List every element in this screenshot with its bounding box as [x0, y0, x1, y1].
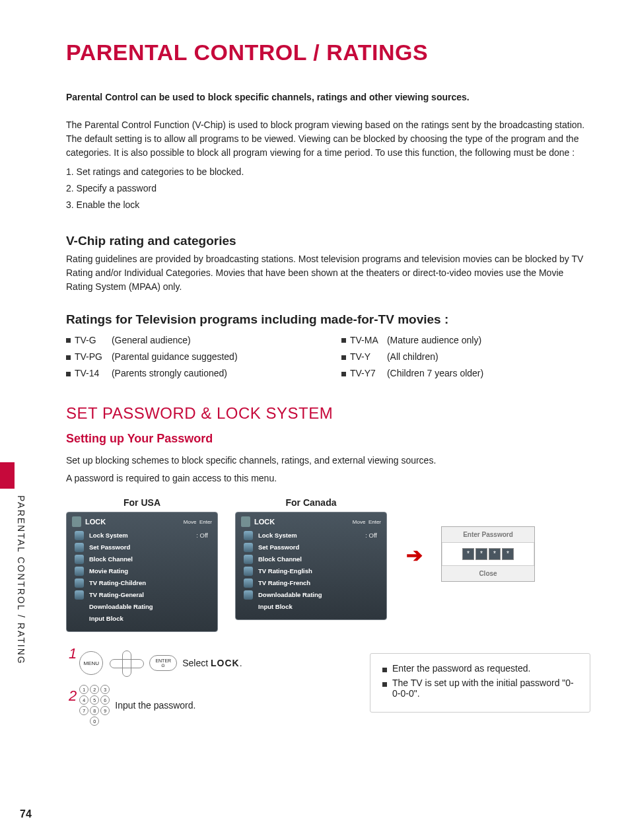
menu-item: TV Rating-Children: [89, 577, 212, 589]
bullet-icon: [341, 372, 346, 376]
note-item: Enter the password as requested.: [382, 663, 578, 674]
intro-paragraph: The Parental Control Function (V-Chip) i…: [66, 118, 590, 160]
enter-password-dialog: Enter Password **** Close: [441, 526, 535, 582]
menu-canada-caption: For Canada: [235, 497, 387, 508]
menu-item: Lock System: Off: [89, 530, 212, 542]
menu-row-icon: [244, 543, 253, 552]
menu-row-icon: [244, 531, 253, 540]
intro-step: 2. Specify a password: [66, 180, 590, 197]
menu-icon-column: [241, 530, 256, 613]
menu-hints: Move Enter: [353, 519, 381, 525]
menu-item: Lock System: Off: [258, 530, 381, 542]
menu-button-icon: MENU: [79, 651, 103, 675]
menu-row-icon: [75, 555, 84, 564]
bullet-icon: [66, 372, 71, 376]
intro-step: 3. Enable the lock: [66, 197, 590, 213]
password-dialog-title: Enter Password: [442, 527, 534, 543]
menu-row-icon: [75, 543, 84, 552]
intro-step: 1. Set ratings and categories to be bloc…: [66, 164, 590, 180]
menu-screenshots-row: For USA LOCK Move Enter: [66, 497, 590, 632]
menu-title: LOCK: [254, 518, 275, 526]
password-digit: *: [489, 548, 501, 560]
ratings-left-list: TV-G (General audience) TV-PG (Parental …: [66, 332, 315, 382]
ratings-columns: TV-G (General audience) TV-PG (Parental …: [66, 332, 590, 382]
menu-usa-panel: LOCK Move Enter: [66, 512, 218, 632]
enter-button-icon: ENTER⊙: [149, 655, 177, 671]
rating-item: TV-14 (Parents strongly cautioned): [66, 365, 315, 382]
password-stars: ****: [442, 543, 534, 565]
menu-item: Block Channel: [89, 553, 212, 565]
step-number: 2: [69, 687, 77, 705]
step-1-text: Select LOCK.: [182, 658, 242, 668]
menu-canada-block: For Canada LOCK Move Enter: [235, 497, 387, 620]
page-number: 74: [20, 808, 32, 820]
rating-item: TV-G (General audience): [66, 332, 315, 349]
menu-usa-block: For USA LOCK Move Enter: [66, 497, 218, 632]
arrow-column: ➔: [404, 497, 424, 567]
dpad-icon: [108, 650, 144, 676]
page-title: PARENTAL CONTROL / RATINGS: [66, 40, 590, 65]
notes-box: Enter the password as requested. The TV …: [370, 653, 590, 713]
password-digit: *: [475, 548, 487, 560]
menu-icon-column: [72, 530, 87, 625]
bullet-icon: [66, 338, 71, 343]
side-accent-bar: [0, 462, 15, 489]
bullet-icon: [382, 682, 387, 687]
bullet-icon: [66, 355, 71, 360]
ratings-heading: Ratings for Television programs includin…: [66, 312, 590, 327]
password-digit: *: [462, 548, 474, 560]
note-item: The TV is set up with the initial passwo…: [382, 678, 578, 699]
setup-password-body-2: A password is required to gain access to…: [66, 472, 590, 485]
menu-hints: Move Enter: [184, 519, 212, 525]
menu-row-icon: [75, 531, 84, 540]
set-password-heading: SET PASSWORD & LOCK SYSTEM: [66, 404, 590, 423]
menu-item: Set Password: [89, 542, 212, 553]
menu-item: TV Rating-English: [258, 565, 381, 577]
menu-item: TV Rating-General: [89, 589, 212, 601]
menu-usa-caption: For USA: [66, 497, 218, 508]
menu-item: Movie Rating: [89, 565, 212, 577]
ratings-right-list: TV-MA (Mature audience only) TV-Y (All c…: [341, 332, 590, 382]
menu-items: Lock System: Off Set Password Block Chan…: [256, 530, 381, 613]
menu-row-icon: [244, 567, 253, 576]
menu-items: Lock System: Off Set Password Block Chan…: [87, 530, 212, 625]
password-digit: *: [502, 548, 514, 560]
menu-row-icon: [75, 567, 84, 576]
step-2: 2 123 456 789 0 Input the password.: [66, 685, 343, 726]
side-section-label: PARENTAL CONTROL / RATING: [16, 495, 26, 665]
menu-item: Downloadable Rating: [258, 589, 381, 601]
menu-item: Block Channel: [258, 553, 381, 565]
step-1: 1 MENU ENTER⊙ Select LOCK.: [66, 650, 343, 676]
menu-row-icon: [244, 590, 253, 600]
rating-item: TV-PG (Parental guidance suggested): [66, 349, 315, 365]
step-number: 1: [69, 645, 77, 662]
rating-item: TV-Y7 (Children 7 years older): [341, 365, 590, 382]
menu-item: TV Rating-French: [258, 577, 381, 589]
setup-password-heading: Setting up Your Password: [66, 432, 590, 446]
menu-item: Set Password: [258, 542, 381, 553]
numpad-icon: 123 456 789 0: [79, 685, 110, 726]
menu-item: Downloadable Rating: [89, 601, 212, 613]
step-2-text: Input the password.: [115, 700, 195, 711]
menu-row-icon: [244, 578, 253, 588]
menu-row-icon: [75, 578, 84, 588]
intro-steps-list: 1. Set ratings and categories to be bloc…: [66, 164, 590, 214]
procedure-steps: 1 MENU ENTER⊙ Select LOCK. 2 123 456 789…: [66, 650, 343, 735]
menu-row-icon: [75, 590, 84, 600]
menu-header: LOCK Move Enter: [241, 516, 381, 527]
menu-title: LOCK: [85, 518, 106, 526]
menu-item: Input Block: [89, 613, 212, 625]
lead-paragraph: Parental Control can be used to block sp…: [66, 92, 590, 102]
password-dialog-close: Close: [442, 565, 534, 581]
bullet-icon: [341, 338, 346, 343]
rating-item: TV-MA (Mature audience only): [341, 332, 590, 349]
bullet-icon: [341, 355, 346, 360]
setup-password-body: Set up blocking schemes to block specifi…: [66, 454, 590, 468]
menu-item: Input Block: [258, 601, 381, 613]
procedure-row: 1 MENU ENTER⊙ Select LOCK. 2 123 456 789…: [66, 650, 590, 735]
bullet-icon: [382, 668, 387, 672]
menu-canada-panel: LOCK Move Enter: [235, 512, 387, 620]
menu-row-icon: [244, 555, 253, 564]
vchip-body: Rating guidelines are provided by broadc…: [66, 252, 590, 294]
arrow-right-icon: ➔: [406, 543, 423, 567]
